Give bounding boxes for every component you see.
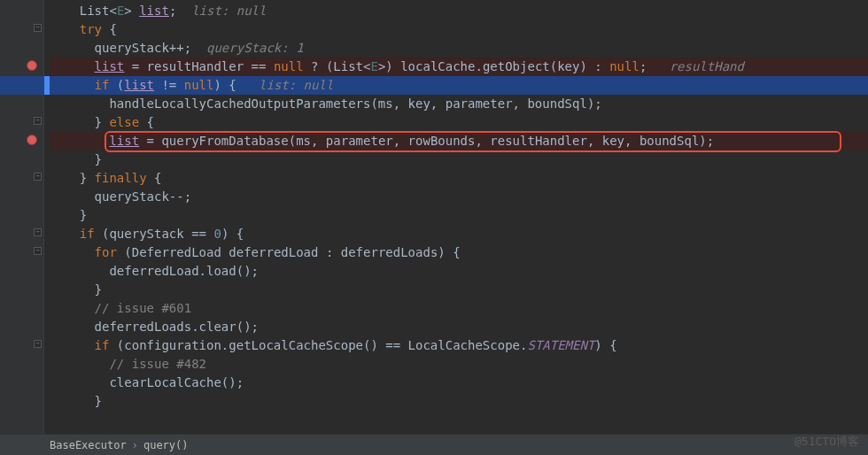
current-execution-line: if (list != null) { list: null — [0, 76, 868, 95]
stmt: deferredLoads.clear(); — [95, 320, 259, 334]
watermark: @51CTO博客 — [794, 434, 859, 450]
stmt: queryStack--; — [95, 189, 192, 204]
fold-icon[interactable]: − — [34, 228, 42, 236]
stmt: clearLocalCache(); — [109, 375, 244, 389]
brace: { — [102, 22, 117, 36]
breadcrumb-method[interactable]: query() — [143, 439, 189, 451]
chevron-right-icon: › — [132, 439, 138, 451]
breadcrumb[interactable]: BaseExecutor › query() — [0, 434, 868, 455]
keyword-try: try — [80, 22, 102, 36]
code-editor[interactable]: − − − − − − − List<E> list; list: null t… — [0, 0, 868, 434]
breakpoint-icon[interactable] — [27, 60, 37, 71]
method-call: handleLocallyCachedOutputParameters(ms, … — [109, 96, 601, 111]
breadcrumb-class[interactable]: BaseExecutor — [50, 439, 127, 451]
comment: // issue #482 — [109, 357, 206, 371]
fold-icon[interactable]: − — [34, 24, 42, 32]
inline-hint: queryStack: 1 — [191, 41, 303, 55]
stmt: queryStack++; — [95, 41, 192, 55]
inline-hint: list: null — [259, 78, 333, 92]
highlight-annotation — [105, 131, 841, 152]
stmt: deferredLoad.load(); — [109, 264, 259, 278]
fold-icon[interactable]: − — [34, 173, 42, 181]
code-area[interactable]: List<E> list; list: null try { queryStac… — [50, 0, 868, 411]
gutter: − − − − − − − — [0, 0, 44, 434]
breakpoint-icon[interactable] — [27, 135, 37, 145]
comment: // issue #601 — [95, 301, 192, 315]
fold-icon[interactable]: − — [34, 340, 42, 348]
fold-icon[interactable]: − — [34, 117, 42, 125]
fold-icon[interactable]: − — [34, 247, 42, 255]
var-list: list — [95, 59, 125, 73]
